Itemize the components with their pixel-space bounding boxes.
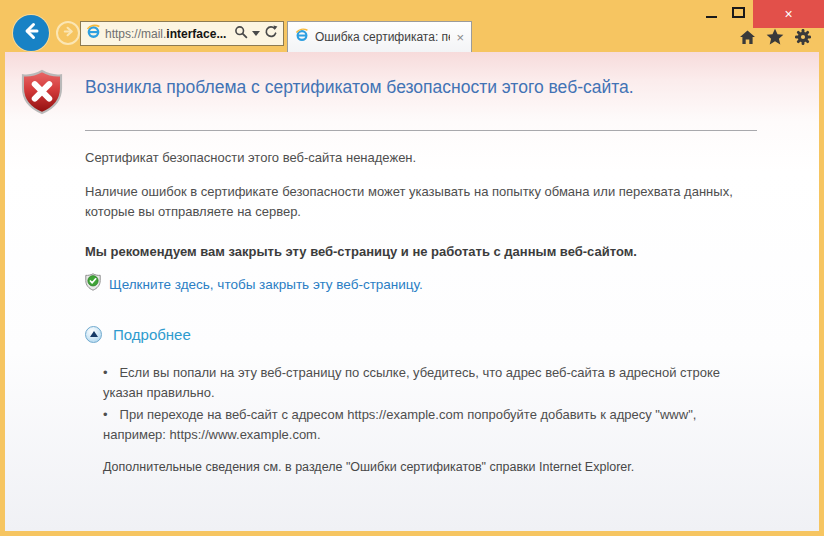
browser-window: https://mail.interface... Ошибка сертифи… — [0, 0, 824, 536]
url-scheme: https://mail. — [105, 27, 166, 41]
chevron-down-icon[interactable] — [252, 31, 260, 36]
details-bullet-2-text: При переходе на веб-сайт с адресом https… — [103, 407, 696, 442]
warning-text: Наличие ошибок в сертификате безопасност… — [85, 182, 785, 222]
intro-text: Сертификат безопасности этого веб-сайта … — [85, 148, 785, 168]
address-bar[interactable]: https://mail.interface... — [80, 21, 284, 46]
browser-tab[interactable]: Ошибка сертификата: пер... × — [287, 21, 472, 52]
bullet-icon: • — [103, 407, 108, 422]
close-icon: × — [784, 6, 792, 22]
url-domain: interface... — [166, 27, 226, 41]
details-bullet-1-text: Если вы попали на эту веб-страницу по сс… — [103, 365, 720, 400]
details-note: Дополнительные сведения см. в разделе "О… — [103, 458, 755, 477]
divider — [85, 130, 757, 131]
browser-toolbar — [738, 28, 812, 46]
safe-shield-check-icon — [85, 273, 101, 295]
ie-logo-icon — [86, 24, 101, 43]
recommendation-text: Мы рекомендуем вам закрыть эту веб-стран… — [85, 242, 785, 262]
home-icon[interactable] — [738, 28, 756, 46]
ie-logo-icon — [295, 28, 309, 46]
close-page-link-label: Щелкните здесь, чтобы закрыть эту веб-ст… — [109, 277, 423, 292]
forward-arrow-icon — [62, 24, 75, 42]
details-toggle-label[interactable]: Подробнее — [113, 326, 191, 343]
bullet-icon: • — [103, 365, 108, 380]
details-bullet-1: •Если вы попали на эту веб-страницу по с… — [103, 363, 755, 402]
certificate-error-page: Возникла проблема с сертификатом безопас… — [5, 52, 819, 531]
address-bar-actions — [234, 25, 278, 43]
settings-gear-icon[interactable] — [794, 28, 812, 46]
security-error-shield-icon — [21, 69, 63, 119]
browser-chrome: https://mail.interface... Ошибка сертифи… — [0, 0, 824, 52]
tab-title: Ошибка сертификата: пер... — [315, 30, 450, 44]
window-minimize-button[interactable] — [706, 16, 717, 18]
details-section: •Если вы попали на эту веб-страницу по с… — [103, 363, 755, 480]
collapse-arrow-icon[interactable] — [85, 326, 102, 343]
search-icon[interactable] — [234, 25, 248, 43]
details-bullet-2: •При переходе на веб-сайт с адресом http… — [103, 405, 755, 444]
tab-close-icon[interactable]: × — [456, 31, 464, 44]
favorites-star-icon[interactable] — [766, 28, 784, 46]
window-close-button[interactable]: × — [753, 0, 824, 28]
details-toggle-row: Подробнее — [85, 326, 191, 343]
close-page-link[interactable]: Щелкните здесь, чтобы закрыть эту веб-ст… — [85, 273, 423, 295]
refresh-icon[interactable] — [264, 25, 278, 43]
url-text: https://mail.interface... — [105, 27, 230, 41]
page-title: Возникла проблема с сертификатом безопас… — [85, 77, 765, 98]
back-arrow-icon — [21, 21, 41, 45]
window-maximize-button[interactable] — [732, 7, 745, 18]
back-button[interactable] — [13, 15, 49, 51]
forward-button[interactable] — [56, 21, 80, 45]
